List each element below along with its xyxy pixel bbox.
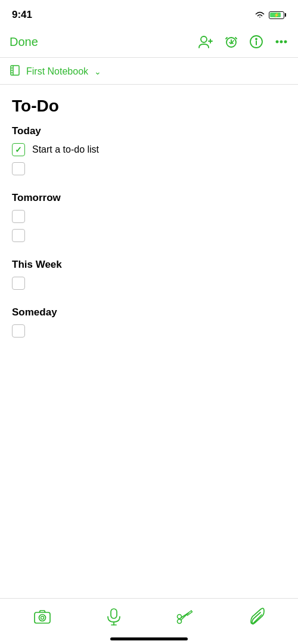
section-heading-today: Today bbox=[12, 125, 286, 137]
wifi-icon bbox=[254, 11, 265, 19]
svg-point-6 bbox=[284, 41, 286, 42]
status-time: 9:41 bbox=[12, 9, 32, 21]
alarm-icon[interactable] bbox=[224, 35, 238, 49]
checkbox-1[interactable] bbox=[12, 143, 25, 156]
notebook-chevron-icon: ⌄ bbox=[94, 67, 101, 76]
info-icon[interactable] bbox=[249, 35, 263, 49]
svg-point-0 bbox=[201, 36, 207, 42]
todo-item-3 bbox=[12, 210, 286, 223]
camera-button[interactable] bbox=[33, 609, 51, 624]
section-this-week: This Week bbox=[12, 259, 286, 290]
checkbox-2[interactable] bbox=[12, 162, 25, 175]
more-icon[interactable] bbox=[274, 35, 288, 49]
svg-rect-15 bbox=[111, 609, 117, 618]
note-title: To-Do bbox=[12, 97, 286, 116]
svg-point-3 bbox=[256, 39, 257, 40]
paperclip-button[interactable] bbox=[249, 607, 265, 626]
todo-item-2 bbox=[12, 162, 286, 175]
todo-item-1: Start a to-do list bbox=[12, 143, 286, 156]
notebook-title: First Notebook bbox=[26, 66, 88, 77]
svg-point-13 bbox=[39, 615, 45, 621]
svg-point-4 bbox=[276, 41, 278, 42]
todo-text-1: Start a to-do list bbox=[32, 144, 99, 155]
notebook-header[interactable]: First Notebook ⌄ bbox=[0, 58, 298, 84]
checkbox-4[interactable] bbox=[12, 229, 25, 242]
section-heading-someday: Someday bbox=[12, 306, 286, 318]
checkbox-3[interactable] bbox=[12, 210, 25, 223]
notebook-book-icon bbox=[10, 65, 21, 78]
note-content: To-Do Today Start a to-do list Tomorrow … bbox=[0, 85, 298, 366]
section-heading-this-week: This Week bbox=[12, 259, 286, 271]
section-today: Today Start a to-do list bbox=[12, 125, 286, 175]
nav-bar: Done bbox=[0, 26, 298, 57]
status-bar: 9:41 ⚡ bbox=[0, 0, 298, 26]
nav-actions bbox=[198, 35, 288, 49]
todo-item-4 bbox=[12, 229, 286, 242]
home-indicator bbox=[110, 637, 188, 640]
svg-point-14 bbox=[41, 617, 44, 620]
battery-icon: ⚡ bbox=[269, 11, 287, 19]
svg-point-5 bbox=[280, 41, 282, 42]
microphone-button[interactable] bbox=[105, 608, 122, 626]
checkbox-5[interactable] bbox=[12, 277, 25, 290]
section-tomorrow: Tomorrow bbox=[12, 192, 286, 242]
checkbox-6[interactable] bbox=[12, 324, 25, 338]
add-person-icon[interactable] bbox=[198, 35, 213, 49]
section-heading-tomorrow: Tomorrow bbox=[12, 192, 286, 204]
section-someday: Someday bbox=[12, 306, 286, 338]
attach-link-button[interactable] bbox=[176, 608, 194, 625]
todo-item-6 bbox=[12, 324, 286, 338]
status-icons: ⚡ bbox=[254, 11, 287, 19]
done-button[interactable]: Done bbox=[10, 35, 38, 49]
todo-item-5 bbox=[12, 277, 286, 290]
